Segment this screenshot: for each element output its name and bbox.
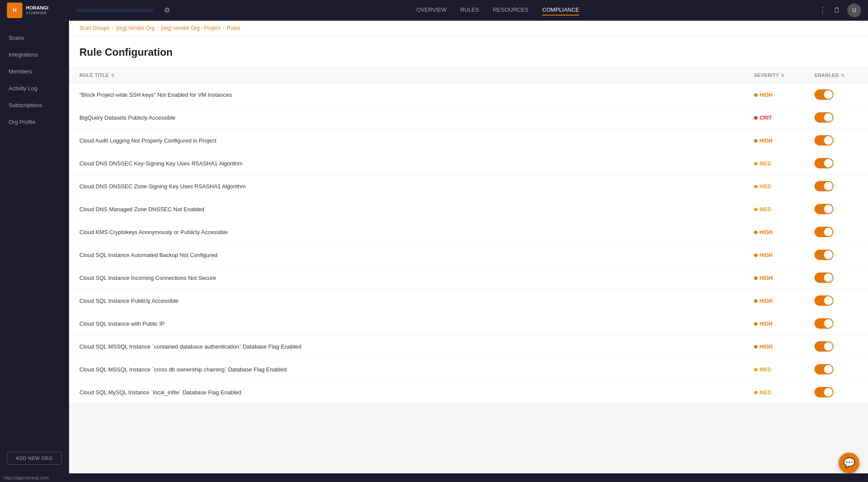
table-row: Cloud DNS DNSSEC Key-Signing Key Uses RS… xyxy=(69,152,868,175)
cell-rule-title: Cloud SQL MySQL Instance `local_infile` … xyxy=(79,389,754,396)
table-body: "Block Project-wide SSH keys" Not Enable… xyxy=(69,83,868,404)
add-new-org-button[interactable]: ADD NEW ORG xyxy=(7,452,62,465)
enabled-toggle[interactable] xyxy=(814,158,833,168)
enabled-toggle[interactable] xyxy=(814,295,833,306)
severity-label: MED xyxy=(760,206,771,212)
chat-button[interactable]: 💬 xyxy=(839,453,859,473)
top-navigation: H HORANGI STORIFIER ⚙ OVERVIEW RULES RES… xyxy=(0,0,868,21)
severity-label: MED xyxy=(760,161,771,167)
severity-badge: HIGH xyxy=(754,252,773,258)
table-row: "Block Project-wide SSH keys" Not Enable… xyxy=(69,83,868,106)
cell-rule-title: Cloud SQL Instance Incoming Connections … xyxy=(79,275,754,281)
breadcrumb-rules[interactable]: Rules xyxy=(227,25,240,31)
cell-enabled xyxy=(814,227,858,237)
severity-dot-icon xyxy=(754,93,758,97)
enabled-toggle[interactable] xyxy=(814,387,833,397)
nav-overview[interactable]: OVERVIEW xyxy=(417,5,447,16)
breadcrumb-scan-groups[interactable]: Scan Groups xyxy=(79,25,110,31)
sidebar-item-org-profile[interactable]: Org Profile xyxy=(0,114,69,130)
cell-severity: CRIT xyxy=(754,114,814,121)
table-row: Cloud Audit Logging Not Properly Configu… xyxy=(69,129,868,152)
severity-label: HIGH xyxy=(760,138,773,144)
table-row: Cloud SQL Instance with Public IP HIGH xyxy=(69,312,868,335)
cell-enabled xyxy=(814,112,858,123)
breadcrumb-vendor-org[interactable]: [org] Vendor Org xyxy=(116,25,155,31)
avatar[interactable]: U xyxy=(847,3,861,17)
nav-resources[interactable]: RESOURCES xyxy=(493,5,528,16)
severity-label: CRIT xyxy=(760,115,772,121)
severity-badge: HIGH xyxy=(754,321,773,327)
severity-dot-icon xyxy=(754,185,758,188)
cell-enabled xyxy=(814,273,858,283)
severity-badge: CRIT xyxy=(754,115,772,121)
breadcrumb: Scan Groups / [org] Vendor Org / [org] V… xyxy=(69,21,868,36)
cell-enabled xyxy=(814,89,858,100)
table-row: Cloud SQL MSSQL Instance `cross db owner… xyxy=(69,358,868,381)
status-bar: https://app.horangi.com xyxy=(0,473,868,482)
enabled-toggle[interactable] xyxy=(814,227,833,237)
sidebar-item-activity-log[interactable]: Activity Log xyxy=(0,80,69,97)
cell-enabled xyxy=(814,318,858,329)
cell-rule-title: Cloud SQL Instance with Public IP xyxy=(79,320,754,327)
nav-links: OVERVIEW RULES RESOURCES COMPLIANCE xyxy=(177,5,819,16)
nav-rules[interactable]: RULES xyxy=(461,5,479,16)
sidebar-item-scans[interactable]: Scans xyxy=(0,29,69,46)
severity-badge: MED xyxy=(754,390,771,396)
main-content: Scan Groups / [org] Vendor Org / [org] V… xyxy=(69,21,868,482)
severity-dot-icon xyxy=(754,139,758,143)
breadcrumb-project[interactable]: [org] Vendor Org - Project xyxy=(161,25,220,31)
column-header-rule-title[interactable]: RULE TITLE ⇅ xyxy=(79,73,754,78)
table-header: RULE TITLE ⇅ SEVERITY ⇅ ENABLED ⇅ xyxy=(69,67,868,83)
column-header-severity[interactable]: SEVERITY ⇅ xyxy=(754,73,814,78)
severity-badge: HIGH xyxy=(754,275,773,281)
enabled-toggle[interactable] xyxy=(814,135,833,146)
breadcrumb-sep-2: / xyxy=(157,25,158,31)
enabled-toggle[interactable] xyxy=(814,204,833,214)
severity-label: MED xyxy=(760,184,771,190)
logo: H HORANGI STORIFIER xyxy=(7,3,76,18)
cell-severity: HIGH xyxy=(754,136,814,144)
enabled-toggle[interactable] xyxy=(814,341,833,352)
cell-severity: MED xyxy=(754,182,814,190)
docs-icon[interactable]: 🗒 xyxy=(833,6,840,14)
cell-enabled xyxy=(814,387,858,397)
severity-dot-icon xyxy=(754,254,758,257)
cell-rule-title: Cloud SQL MSSQL Instance `cross db owner… xyxy=(79,366,754,373)
cell-enabled xyxy=(814,181,858,191)
cell-severity: MED xyxy=(754,205,814,213)
severity-dot-icon xyxy=(754,322,758,326)
sidebar-item-subscriptions[interactable]: Subscriptions xyxy=(0,97,69,114)
enabled-toggle[interactable] xyxy=(814,318,833,329)
nav-compliance[interactable]: COMPLIANCE xyxy=(542,5,579,16)
severity-dot-icon xyxy=(754,391,758,394)
settings-icon[interactable]: ⚙ xyxy=(164,6,170,14)
enabled-toggle[interactable] xyxy=(814,250,833,260)
workspace-selector[interactable] xyxy=(76,9,154,12)
severity-dot-icon xyxy=(754,299,758,303)
enabled-toggle[interactable] xyxy=(814,273,833,283)
cell-severity: HIGH xyxy=(754,320,814,327)
enabled-toggle[interactable] xyxy=(814,89,833,100)
severity-badge: MED xyxy=(754,367,771,373)
sidebar-item-integrations[interactable]: Integrations xyxy=(0,46,69,63)
enabled-toggle[interactable] xyxy=(814,112,833,123)
sidebar-item-members[interactable]: Members xyxy=(0,63,69,80)
cell-severity: MED xyxy=(754,365,814,373)
column-header-enabled[interactable]: ENABLED ⇅ xyxy=(814,73,858,78)
cell-rule-title: Cloud SQL Instance Publicly Accessible xyxy=(79,298,754,304)
enabled-toggle[interactable] xyxy=(814,181,833,191)
more-options-icon[interactable]: ⋮ xyxy=(819,6,827,15)
cell-enabled xyxy=(814,364,858,374)
cell-enabled xyxy=(814,295,858,306)
severity-dot-icon xyxy=(754,276,758,280)
severity-label: MED xyxy=(760,367,771,373)
table-row: Cloud SQL MSSQL Instance `contained data… xyxy=(69,335,868,358)
severity-badge: HIGH xyxy=(754,344,773,350)
enabled-toggle[interactable] xyxy=(814,364,833,374)
nav-right: ⋮ 🗒 U xyxy=(819,3,861,17)
severity-label: HIGH xyxy=(760,298,773,304)
table-row: Cloud KMS Cryptokeys Anonymously or Publ… xyxy=(69,221,868,244)
cell-enabled xyxy=(814,135,858,146)
cell-enabled xyxy=(814,341,858,352)
cell-enabled xyxy=(814,158,858,168)
